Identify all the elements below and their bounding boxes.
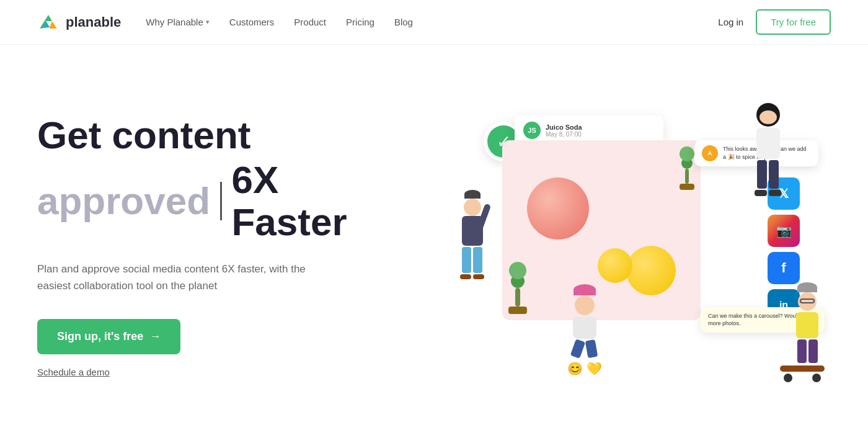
plant-decoration-right bbox=[680, 146, 694, 190]
character-2 bbox=[755, 103, 781, 196]
signup-button[interactable]: Sign up, it's free → bbox=[37, 319, 180, 354]
nav-why-planable[interactable]: Why Planable ▾ bbox=[146, 17, 210, 27]
logo-icon bbox=[37, 11, 60, 34]
svg-marker-1 bbox=[50, 21, 57, 29]
heading-divider bbox=[220, 182, 221, 220]
nav-customers[interactable]: Customers bbox=[229, 17, 275, 27]
fruit-lemon-large bbox=[626, 246, 676, 295]
nav-right: Log in Try for free bbox=[718, 9, 831, 35]
instagram-icon: 📷 bbox=[768, 215, 800, 247]
schedule-demo-link[interactable]: Schedule a demo bbox=[37, 367, 110, 377]
hero-description: Plan and approve social media content 6X… bbox=[37, 261, 335, 294]
post-author-name: Juico Soda bbox=[546, 123, 582, 131]
navigation: planable Why Planable ▾ Customers Produc… bbox=[0, 0, 868, 45]
emoji-decoration: 😊 💛 bbox=[567, 361, 602, 376]
hero-content: Get content approved 6X Faster Plan and … bbox=[37, 114, 372, 378]
nav-pricing[interactable]: Pricing bbox=[346, 17, 374, 27]
post-meta: Juico Soda May 8, 07:00 bbox=[546, 123, 582, 138]
hero-illustration: ✓ JS Juico Soda May 8, 07:00 100% organi… bbox=[446, 84, 831, 407]
nav-product[interactable]: Product bbox=[294, 17, 326, 27]
hero-heading-line1: Get content bbox=[37, 114, 372, 156]
hero-heading-line2: approved 6X Faster bbox=[37, 159, 372, 243]
post-date: May 8, 07:00 bbox=[546, 131, 582, 138]
fruit-grapefruit bbox=[527, 177, 589, 240]
try-for-free-button[interactable]: Try for free bbox=[756, 9, 831, 35]
nav-blog[interactable]: Blog bbox=[394, 17, 413, 27]
post-card-header: JS Juico Soda May 8, 07:00 bbox=[523, 122, 655, 139]
logo-text: planable bbox=[66, 14, 121, 30]
nav-links: Why Planable ▾ Customers Product Pricing… bbox=[146, 17, 413, 27]
arrow-icon: → bbox=[149, 330, 161, 343]
chevron-icon: ▾ bbox=[206, 18, 210, 26]
facebook-icon: f bbox=[768, 252, 800, 284]
login-button[interactable]: Log in bbox=[718, 17, 743, 27]
hero-section: Get content approved 6X Faster Plan and … bbox=[0, 45, 868, 434]
approved-text: approved bbox=[37, 180, 210, 222]
character-4 bbox=[790, 282, 825, 382]
nav-left: planable Why Planable ▾ Customers Produc… bbox=[37, 11, 413, 34]
faster-text: 6X Faster bbox=[232, 159, 373, 243]
plant-decoration-left bbox=[508, 262, 527, 314]
post-avatar: JS bbox=[523, 122, 541, 139]
comment-avatar-1: A bbox=[702, 145, 718, 161]
character-3: 😊 💛 bbox=[567, 284, 602, 376]
character-1 bbox=[460, 190, 484, 279]
logo[interactable]: planable bbox=[37, 11, 121, 34]
fruit-lemon-small bbox=[598, 248, 632, 283]
